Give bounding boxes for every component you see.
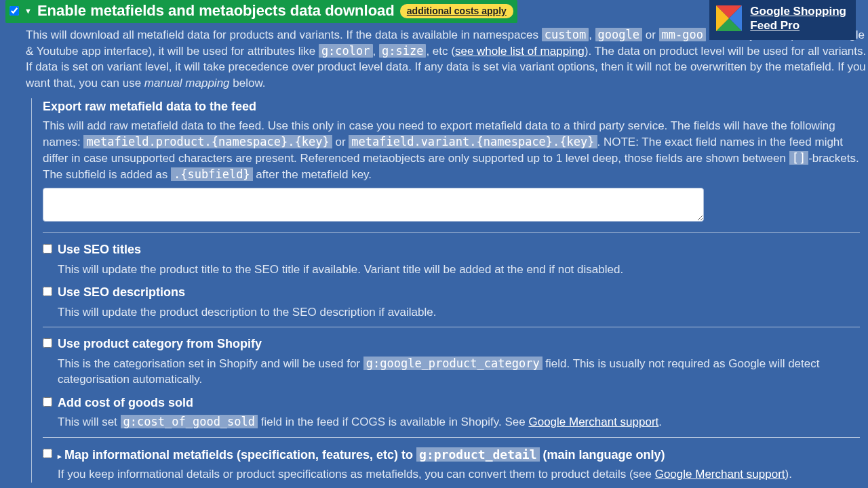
export-raw-title: Export raw metafield data to the feed [43, 98, 868, 115]
product-category-checkbox[interactable] [43, 338, 52, 348]
cogs-desc: This will set g:cost_of_good_sold field … [58, 414, 868, 430]
cogs-checkbox[interactable] [43, 397, 52, 407]
seo-titles-label: Use SEO titles [58, 241, 141, 258]
enable-metafields-checkbox[interactable] [9, 6, 19, 16]
section-header[interactable]: ▼ Enable metafields and metaobjects data… [5, 0, 517, 23]
seo-titles-checkbox[interactable] [43, 244, 52, 253]
cogs-label: Add cost of goods sold [58, 394, 193, 411]
app-logo-icon [716, 5, 742, 31]
seo-desc-desc: This will update the product description… [58, 304, 868, 321]
collapse-caret-icon[interactable]: ▼ [24, 6, 32, 16]
product-category-desc: This is the categorisation set in Shopif… [58, 356, 868, 388]
divider [43, 232, 860, 233]
map-metafields-desc: If you keep informational details or pro… [58, 466, 868, 483]
expand-caret-icon[interactable]: ▸ [58, 452, 62, 460]
export-raw-desc: This will add raw metafield data to the … [43, 118, 868, 182]
cost-pill[interactable]: additional costs apply [400, 4, 513, 19]
product-category-label: Use product category from Shopify [58, 336, 262, 352]
seo-desc-checkbox[interactable] [43, 287, 52, 296]
app-badge: Google Shopping Feed Pro [709, 0, 856, 40]
app-name-line2[interactable]: Feed Pro [750, 18, 846, 33]
map-metafields-checkbox[interactable] [43, 449, 52, 458]
export-raw-input[interactable] [43, 188, 704, 222]
divider [43, 437, 860, 438]
merchant-support-link[interactable]: Google Merchant support [528, 415, 658, 428]
seo-titles-desc: This will update the product title to th… [58, 262, 868, 278]
section-title: Enable metafields and metaobjects data d… [37, 1, 395, 22]
mapping-list-link[interactable]: see whole list of mapping [455, 45, 585, 58]
map-metafields-label: ▸Map informational metafields (specifica… [58, 446, 665, 464]
app-name-line1[interactable]: Google Shopping [750, 4, 846, 18]
seo-desc-label: Use SEO descriptions [58, 284, 185, 301]
app-badge-link[interactable]: Google Shopping Feed Pro [750, 4, 846, 33]
merchant-support-link-2[interactable]: Google Merchant support [655, 468, 785, 481]
divider [43, 327, 860, 327]
